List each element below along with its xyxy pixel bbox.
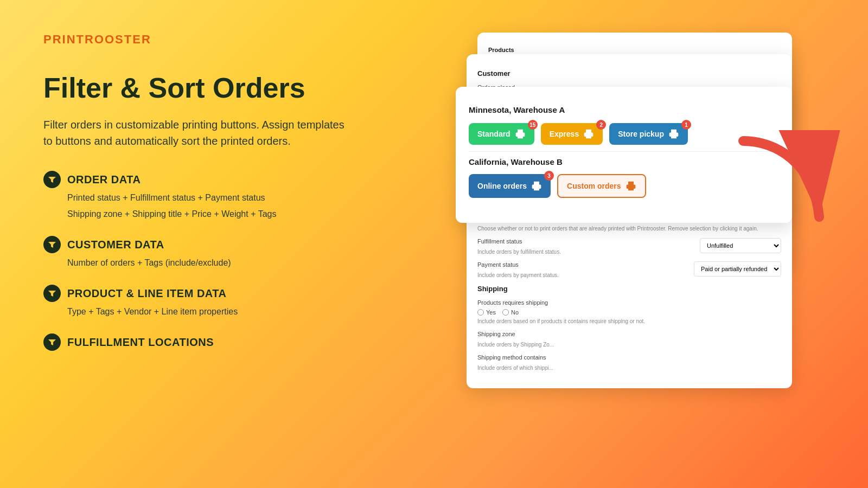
payment-status-row: Payment status Include orders by payment… [477,261,781,279]
online-orders-button[interactable]: Online orders 3 [469,174,551,198]
radio-shipping-yes [477,309,484,316]
print-icon-standard [515,129,526,139]
fulfillment-status-label: Fulfillment status [477,238,691,245]
custom-orders-button[interactable]: Custom orders [557,174,646,198]
arrow-overlay [732,130,852,249]
custom-orders-label: Custom orders [567,182,621,190]
order-printed-help: Choose whether or not to print orders th… [477,226,758,232]
standard-button[interactable]: Standard 15 [469,123,534,145]
online-orders-badge: 3 [544,171,554,181]
filter-icon-customer [43,236,61,253]
store-pickup-button[interactable]: Store pickup 1 [609,123,688,145]
products-requires-shipping-label: Products requires shipping [477,299,781,306]
filter-icon-product [43,285,61,302]
shipping-yes-label: Yes [486,309,496,316]
filter-icon-order [43,171,61,188]
arrow-svg [732,130,841,239]
feature-list: ORDER DATA Printed status + Fulfillment … [43,171,347,351]
products-requires-shipping-help: Include orders based on if products it c… [477,318,645,324]
radio-shipping-no [502,309,509,316]
payment-status-label: Payment status [477,261,685,268]
payment-status-select[interactable]: Paid or partially refunded [694,261,781,277]
hero-description: Filter orders in customizable printing b… [43,117,347,149]
products-requires-shipping-row: Products requires shipping Yes No Includ… [477,299,781,325]
feature-title-product: PRODUCT & LINE ITEM DATA [67,287,226,300]
feature-desc-order-1: Printed status + Fulfillment status + Pa… [67,191,347,204]
store-pickup-badge: 1 [681,120,691,130]
store-pickup-label: Store pickup [618,130,664,138]
warehouse-a-title: Minnesota, Warehouse A [469,105,779,114]
left-panel: PRINTROOSTER Filter & Sort Orders Filter… [43,33,347,351]
right-panel: Products Include orders with these produ… [456,22,835,466]
logo-text: PRINTROOSTER [43,33,151,46]
express-badge: 2 [596,120,606,130]
feature-title-order: ORDER DATA [67,174,141,186]
feature-header-customer: CUSTOMER DATA [43,236,347,253]
shipping-method-label: Shipping method contains [477,354,781,361]
shipping-method-help: Include orders of which shippi... [477,365,553,371]
shipping-zone-help: Include orders by Shipping Zo... [477,342,554,348]
feature-title-fulfillment: FULFILLMENT LOCATIONS [67,336,214,349]
shipping-yes[interactable]: Yes [477,309,496,316]
standard-label: Standard [477,130,510,138]
print-icon-custom-orders [626,181,636,191]
feature-desc-order-2: Shipping zone + Shipping title + Price +… [67,208,347,221]
shipping-zone-label: Shipping zone [477,331,781,337]
feature-title-customer: CUSTOMER DATA [67,239,164,251]
shipping-zone-row: Shipping zone Include orders by Shipping… [477,331,781,349]
print-icon-store-pickup [668,129,679,139]
online-orders-label: Online orders [477,182,527,190]
print-icon-online-orders [531,181,542,191]
main-title: Filter & Sort Orders [43,73,347,104]
payment-status-help: Include orders by payment status. [477,272,559,278]
feature-fulfillment: FULFILLMENT LOCATIONS [43,333,347,351]
customer-section-title: Customer [477,69,781,78]
shipping-method-row: Shipping method contains Include orders … [477,354,781,372]
feature-customer-data: CUSTOMER DATA Number of orders + Tags (i… [43,236,347,269]
fulfillment-status-help: Include orders by fulfillment status. [477,249,561,255]
print-icon-express [583,129,594,139]
feature-desc-product: Type + Tags + Vendor + Line item propert… [67,305,347,318]
feature-header-product: PRODUCT & LINE ITEM DATA [43,285,347,302]
shipping-no[interactable]: No [502,309,519,316]
express-label: Express [550,130,579,138]
feature-desc-customer: Number of orders + Tags (include/exclude… [67,256,347,269]
feature-header-order: ORDER DATA [43,171,347,188]
shipping-radios: Yes No [477,309,781,316]
shipping-section-title: Shipping [477,285,781,293]
feature-header-fulfillment: FULFILLMENT LOCATIONS [43,333,347,351]
express-button[interactable]: Express 2 [541,123,603,145]
shipping-no-label: No [511,309,519,316]
standard-badge: 15 [528,120,538,130]
feature-product-data: PRODUCT & LINE ITEM DATA Type + Tags + V… [43,285,347,318]
logo: PRINTROOSTER [43,33,347,47]
feature-order-data: ORDER DATA Printed status + Fulfillment … [43,171,347,221]
filter-icon-fulfillment [43,333,61,351]
